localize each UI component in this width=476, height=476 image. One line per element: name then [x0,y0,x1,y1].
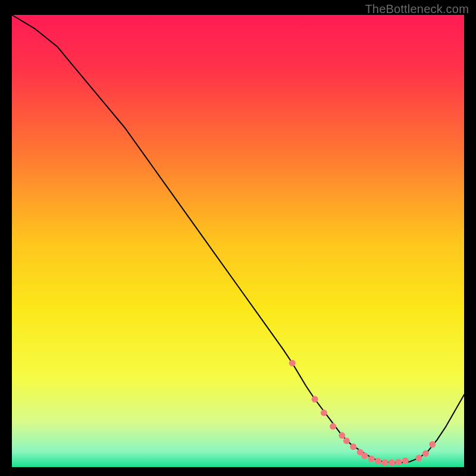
data-point [402,458,409,464]
data-point [429,441,436,448]
data-point [330,423,336,430]
data-point [312,396,318,403]
data-point [422,450,429,457]
data-point [375,458,381,465]
chart-container: TheBottleneck.com [0,0,476,476]
plot-background [12,15,464,467]
bottleneck-curve-chart [0,0,476,476]
data-point [382,459,389,466]
data-point [321,409,327,416]
data-point [361,453,368,459]
data-point [289,360,296,367]
data-point [368,456,375,462]
data-point [416,455,422,461]
data-point [389,459,395,466]
watermark-text: TheBottleneck.com [365,2,469,16]
data-point [343,437,350,444]
data-point [395,459,402,465]
data-point [350,443,356,450]
data-point [339,432,345,439]
